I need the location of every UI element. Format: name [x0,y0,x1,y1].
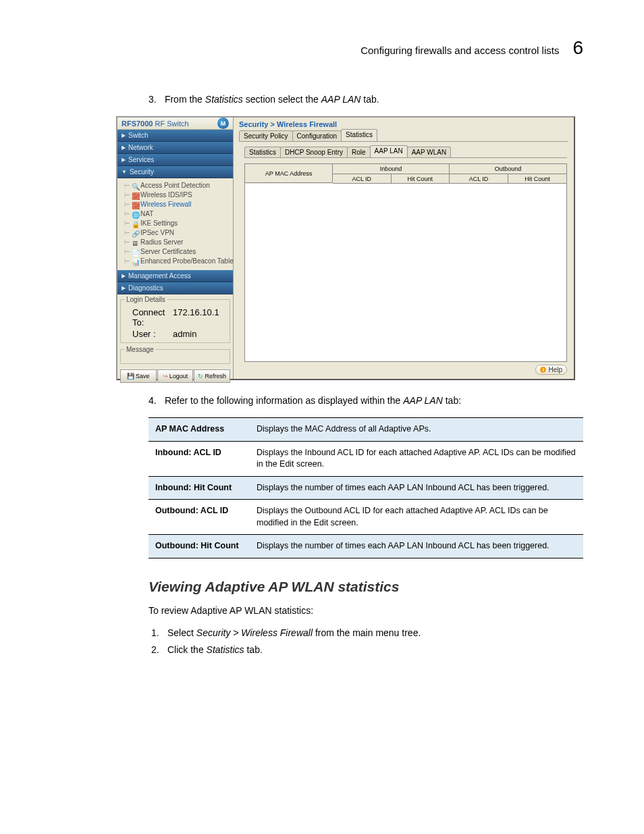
help-button[interactable]: iHelp [535,365,567,375]
row-in-acl-v: Displays the Inbound ACL ID for each att… [250,441,583,476]
tab-statistics[interactable]: Statistics [341,129,377,141]
row-in-hit-v: Displays the number of times each AAP LA… [250,476,583,500]
th-inbound: Inbound [333,164,450,174]
tree-cert[interactable]: ⊢📄Server Certificates [124,247,232,257]
nav-network[interactable]: ▶Network [117,142,233,154]
firewall-icon: 🧱 [132,201,138,208]
row-out-acl-k: Outbound: ACL ID [149,500,250,535]
tree-access-point-detection[interactable]: ⊢🔍Access Point Detection [124,181,232,190]
save-button[interactable]: 💾Save [120,369,157,383]
logout-button[interactable]: ↪Logout [157,369,194,383]
header-title: Configuring firewalls and access control… [360,45,559,56]
brand-text: RFS7000 RF Switch [122,120,189,128]
refresh-button[interactable]: ↻Refresh [194,369,230,383]
nav-tree: ⊢🔍Access Point Detection ⊢🧱Wireless IDS/… [117,178,233,270]
vpn-icon: 🔗 [132,230,138,236]
logout-icon: ↪ [163,373,168,380]
message-box: Message [120,346,230,364]
subtab-aap-lan[interactable]: AAP LAN [370,145,408,157]
row-ap-mac-v: Displays the MAC Address of all Adaptive… [250,418,583,442]
row-out-hit-k: Outbound: Hit Count [149,535,250,558]
inner-tabs: Statistics DHCP Snoop Entry Role AAP LAN… [244,146,567,158]
section-heading: Viewing Adaptive AP WLAN statistics [149,579,583,595]
screenshot: RFS7000 RF Switch M ▶Switch ▶Network ▶Se… [116,116,575,380]
subtab-statistics[interactable]: Statistics [244,147,281,157]
brand-logo-icon: M [217,118,229,129]
list-item-2: 2.Click the Statistics tab. [149,642,583,658]
nav-switch[interactable]: ▶Switch [117,130,233,142]
th-outbound-hit[interactable]: Hit Count [508,174,566,184]
sidebar: RFS7000 RF Switch M ▶Switch ▶Network ▶Se… [117,118,234,379]
breadcrumb: Security > Wireless Firewall [239,120,568,128]
nav-services[interactable]: ▶Services [117,154,233,166]
row-in-acl-k: Inbound: ACL ID [149,441,250,476]
row-in-hit-k: Inbound: Hit Count [149,476,250,500]
step-4: 4. Refer to the following information as… [149,394,583,408]
help-icon: i [540,367,546,373]
save-icon: 💾 [127,373,134,380]
nav-management[interactable]: ▶Management Access [117,270,233,282]
subtab-aap-wlan[interactable]: AAP WLAN [407,147,452,157]
ids-icon: 🧱 [132,192,138,199]
tab-security-policy[interactable]: Security Policy [239,130,293,141]
row-out-hit-v: Displays the number of times each AAP LA… [250,535,583,558]
tree-nat[interactable]: ⊢🌐NAT [124,209,232,219]
th-ap-mac[interactable]: AP MAC Address [245,164,333,183]
tree-probe[interactable]: ⊢📊Enhanced Probe/Beacon Table [124,257,232,266]
nav-diagnostics[interactable]: ▶Diagnostics [117,282,233,294]
chapter-number: 6 [572,37,583,59]
th-inbound-acl[interactable]: ACL ID [333,174,392,184]
server-icon: 🖥 [132,239,138,246]
nav-security[interactable]: ▼Security [117,166,233,178]
outer-tabs: Security Policy Configuration Statistics [239,130,568,142]
tab-configuration[interactable]: Configuration [292,130,342,141]
th-outbound-acl[interactable]: ACL ID [450,174,508,184]
table-body [245,184,566,361]
subtab-role[interactable]: Role [347,147,371,157]
tree-radius[interactable]: ⊢🖥Radius Server [124,238,232,247]
tree-wireless-firewall[interactable]: ⊢🧱Wireless Firewall [124,200,232,209]
table-icon: 📊 [132,258,138,265]
refresh-icon: ↻ [198,373,203,380]
detection-icon: 🔍 [132,182,138,189]
th-outbound: Outbound [450,164,566,174]
list-item-1: 1.Select Security > Wireless Firewall fr… [149,625,583,642]
info-table: AP MAC AddressDisplays the MAC Address o… [149,417,583,558]
intro-para: To review Adaptive AP WLAN statistics: [149,603,583,618]
lock-icon: 🔒 [132,220,138,227]
th-inbound-hit[interactable]: Hit Count [392,174,450,184]
login-details: Login Details Connect To:172.16.10.1 Use… [120,296,230,343]
user-value: admin [173,329,196,339]
row-ap-mac-k: AP MAC Address [149,418,250,442]
page-header: Configuring firewalls and access control… [61,37,583,59]
nat-icon: 🌐 [132,211,138,217]
stats-table: AP MAC Address Inbound ACL ID Hit Count … [244,163,567,362]
tree-wireless-ids[interactable]: ⊢🧱Wireless IDS/IPS [124,190,232,200]
subtab-dhcp[interactable]: DHCP Snoop Entry [280,147,348,157]
tree-ike[interactable]: ⊢🔒IKE Settings [124,219,232,228]
brand-bar: RFS7000 RF Switch M [117,118,233,130]
row-out-acl-v: Displays the Outbound ACL ID for each at… [250,500,583,535]
step-3: 3. From the Statistics section select th… [149,93,583,107]
tree-ipsec[interactable]: ⊢🔗IPSec VPN [124,228,232,238]
certificate-icon: 📄 [132,249,138,255]
connect-to-value: 172.16.10.1 [173,307,219,328]
